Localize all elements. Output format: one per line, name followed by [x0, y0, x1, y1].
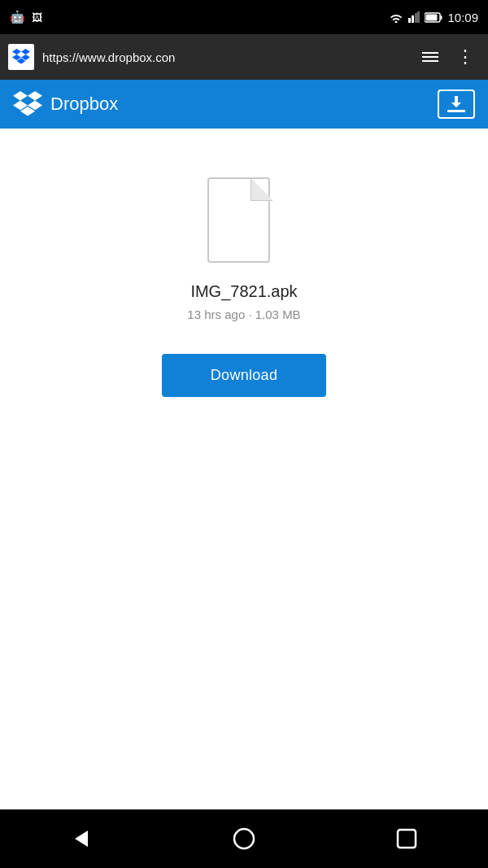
browser-favicon: [8, 44, 34, 70]
file-meta: 13 hrs ago · 1.03 MB: [187, 308, 300, 321]
svg-rect-5: [426, 14, 438, 20]
browser-menu-button[interactable]: ⋮: [451, 43, 480, 71]
dropbox-favicon-icon: [12, 49, 30, 65]
dropbox-logo-icon: [13, 91, 42, 117]
svg-rect-0: [408, 18, 411, 23]
recents-icon: [396, 828, 417, 849]
browser-bar: ⋮: [0, 34, 488, 80]
download-arrow-icon: [447, 96, 465, 112]
recents-button[interactable]: [382, 814, 431, 863]
android-icon: 🤖: [10, 10, 25, 24]
file-name: IMG_7821.apk: [190, 282, 297, 301]
svg-rect-6: [441, 15, 442, 20]
svg-marker-20: [75, 831, 88, 847]
nav-bar: [0, 809, 488, 868]
browser-tabs-button[interactable]: [417, 49, 443, 65]
dropbox-logo-text: Dropbox: [50, 94, 118, 115]
url-bar[interactable]: [42, 50, 409, 64]
status-bar-right: 10:09: [389, 11, 478, 24]
dropbox-header: Dropbox: [0, 80, 488, 129]
image-icon: 🖼: [32, 11, 42, 24]
svg-point-21: [234, 829, 254, 848]
home-icon: [233, 827, 255, 850]
file-icon-wrapper: [207, 177, 281, 266]
dropbox-header-download-button[interactable]: [438, 89, 475, 119]
svg-rect-3: [417, 11, 420, 23]
file-separator: ·: [248, 308, 255, 321]
wifi-icon: [389, 11, 403, 23]
battery-icon: [425, 12, 442, 23]
file-time-ago: 13 hrs ago: [187, 308, 245, 321]
download-button[interactable]: Download: [162, 354, 326, 397]
svg-marker-12: [13, 91, 28, 101]
svg-marker-13: [28, 91, 42, 101]
home-button[interactable]: [220, 814, 268, 863]
svg-rect-22: [398, 830, 416, 848]
svg-rect-2: [415, 13, 417, 23]
svg-marker-8: [21, 49, 30, 55]
back-icon: [70, 827, 93, 850]
status-bar-left: 🤖 🖼: [10, 10, 42, 24]
svg-rect-17: [447, 110, 465, 112]
main-content: IMG_7821.apk 13 hrs ago · 1.03 MB Downlo…: [0, 129, 488, 809]
svg-marker-7: [12, 49, 21, 55]
status-time: 10:09: [447, 11, 478, 24]
status-bar: 🤖 🖼 10:09: [0, 0, 488, 34]
svg-rect-1: [412, 15, 414, 23]
file-icon: [207, 177, 281, 263]
dropbox-logo: Dropbox: [13, 91, 118, 117]
back-button[interactable]: [57, 814, 106, 863]
signal-icon: [408, 11, 420, 23]
file-size: 1.03 MB: [255, 308, 301, 321]
